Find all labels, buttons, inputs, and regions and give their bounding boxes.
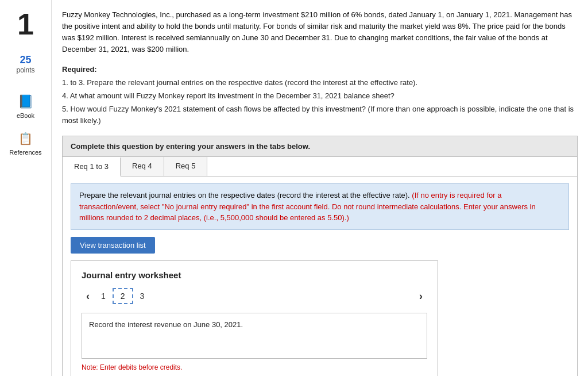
- points-value: 25: [16, 54, 34, 66]
- question-number: 1: [17, 9, 34, 39]
- next-page-arrow[interactable]: ›: [415, 288, 427, 305]
- tabs-header: Complete this question by entering your …: [63, 136, 577, 157]
- journal-description: Record the interest revenue on June 30, …: [82, 313, 427, 359]
- page-3[interactable]: 3: [133, 289, 152, 303]
- ebook-label: eBook: [17, 112, 34, 119]
- required-label: Required:: [62, 64, 578, 75]
- page-1[interactable]: 1: [94, 289, 113, 303]
- page-2-active[interactable]: 2: [113, 288, 133, 304]
- tab-req1to3[interactable]: Req 1 to 3: [63, 158, 121, 177]
- prev-page-arrow[interactable]: ‹: [82, 288, 94, 305]
- sidebar: 1 25 points 📘 eBook 📋 References: [0, 0, 52, 376]
- tab-content: Prepare the relevant journal entries on …: [63, 177, 577, 376]
- tab-req5[interactable]: Req 5: [164, 157, 208, 176]
- req1-text: 1. to 3. Prepare the relevant journal en…: [62, 77, 578, 89]
- references-button[interactable]: 📋 References: [9, 129, 41, 156]
- journal-worksheet: Journal entry worksheet ‹ 1 2 3 › Record…: [71, 260, 438, 376]
- problem-text: Fuzzy Monkey Technologies, Inc., purchas…: [62, 9, 578, 56]
- references-label: References: [9, 149, 41, 156]
- points-label: points: [16, 66, 34, 74]
- info-box: Prepare the relevant journal entries on …: [71, 183, 569, 230]
- tab-req4[interactable]: Req 4: [121, 157, 164, 176]
- req4-text: 4. At what amount will Fuzzy Monkey repo…: [62, 90, 578, 102]
- info-black-text: Prepare the relevant journal entries on …: [79, 191, 410, 199]
- journal-title: Journal entry worksheet: [82, 270, 427, 280]
- requirements-list: Required: 1. to 3. Prepare the relevant …: [62, 64, 578, 127]
- main-content: Fuzzy Monkey Technologies, Inc., purchas…: [52, 0, 588, 376]
- req5-text: 5. How would Fuzzy Monkey's 2021 stateme…: [62, 103, 578, 126]
- tabs-row: Req 1 to 3 Req 4 Req 5: [63, 157, 577, 177]
- ebook-button[interactable]: 📘 eBook: [17, 93, 35, 119]
- points-block: 25 points: [16, 54, 34, 74]
- tabs-box: Complete this question by entering your …: [62, 136, 578, 376]
- view-transaction-button[interactable]: View transaction list: [71, 237, 155, 254]
- journal-note: Note: Enter debits before credits.: [82, 363, 427, 371]
- ebook-icon: 📘: [17, 93, 35, 111]
- pagination-row: ‹ 1 2 3 ›: [82, 288, 427, 305]
- references-icon: 📋: [16, 129, 34, 148]
